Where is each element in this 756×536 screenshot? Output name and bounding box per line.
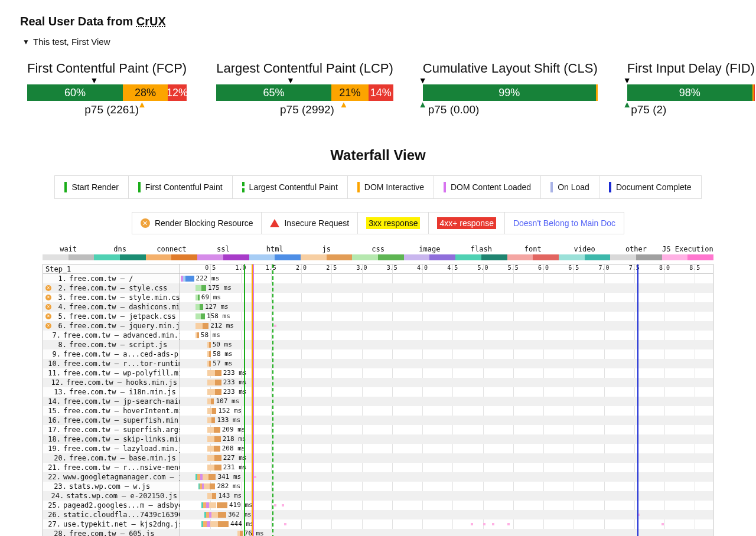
legend-insecure-label: Insecure Request xyxy=(284,218,349,228)
request-row[interactable]: 4.free.com.tw – dashicons.min.css xyxy=(43,302,180,312)
request-row[interactable]: 10.free.com.tw – r...tor-runtime.min.js xyxy=(43,359,180,368)
waterfall-row[interactable]: 175 ms xyxy=(180,283,713,293)
request-row[interactable]: 19.free.com.tw – lazyload.min.js xyxy=(43,444,180,453)
request-row[interactable]: 17.free.com.tw – superfish.args.min.js xyxy=(43,425,180,434)
waterfall-row[interactable]: 76 ms xyxy=(180,529,713,536)
request-duration-label: 341 ms xyxy=(217,472,241,482)
request-row[interactable]: 24.stats.wp.com – e-202150.js xyxy=(43,491,180,501)
restype-label: other xyxy=(610,245,662,253)
request-bar-segment xyxy=(209,502,216,508)
request-row[interactable]: 2.free.com.tw – style.css xyxy=(43,283,180,293)
waterfall-row[interactable]: 158 ms xyxy=(180,312,713,321)
request-row[interactable]: 3.free.com.tw – style.min.css xyxy=(43,293,180,302)
legend-item: On Load xyxy=(541,176,599,198)
legend-label: Largest Contentful Paint xyxy=(249,182,338,192)
crux-link[interactable]: CrUX xyxy=(136,15,166,28)
request-row[interactable]: 25.pagead2.googles...m – adsbygoogle.js xyxy=(43,501,180,510)
request-row[interactable]: 12.free.com.tw – hooks.min.js xyxy=(43,378,180,387)
waterfall-row[interactable]: 69 ms xyxy=(180,293,713,302)
waterfall-row[interactable]: 233 ms xyxy=(180,368,713,378)
legend-item: Largest Contentful Paint xyxy=(233,176,348,198)
request-number: 10. xyxy=(48,359,61,368)
request-row[interactable]: 15.free.com.tw – hoverIntent.min.js xyxy=(43,406,180,416)
request-row[interactable]: 9.free.com.tw – a...ced-ads-pro.min.js xyxy=(43,349,180,359)
metric-segment-good: 60% xyxy=(27,84,123,101)
waterfall-row[interactable]: 227 ms xyxy=(180,453,713,463)
waterfall-row[interactable]: 419 ms xyxy=(180,501,713,510)
metric-segment-good: 99% xyxy=(423,84,596,101)
restype-item: connect xyxy=(146,245,197,260)
waterfall-row[interactable]: 107 ms xyxy=(180,397,713,406)
request-bar-segment xyxy=(185,276,194,282)
waterfall-row[interactable]: 233 ms xyxy=(180,378,713,387)
waterfall-row[interactable]: 444 ms xyxy=(180,519,713,529)
request-row[interactable]: 16.free.com.tw – superfish.min.js xyxy=(43,416,180,425)
metric-title: Cumulative Layout Shift (CLS) xyxy=(423,61,598,76)
metric-segment-ni: 21% xyxy=(331,84,369,101)
restype-item: wait xyxy=(43,245,94,260)
waterfall-row[interactable]: 208 ms xyxy=(180,444,713,453)
request-row[interactable]: 26.static.cloudfla...7439c1639079717194 xyxy=(43,510,180,519)
request-row[interactable]: 22.www.googletagmanager.com – js xyxy=(43,472,180,482)
request-bar-segment xyxy=(207,436,214,442)
waterfall-row[interactable]: 218 ms xyxy=(180,434,713,444)
metric-segment-poor: 12% xyxy=(168,84,187,101)
request-number: 20. xyxy=(54,453,67,463)
p75-label: p75 (2992) xyxy=(280,103,334,116)
request-bar-segment xyxy=(214,465,221,470)
waterfall-row[interactable]: 231 ms xyxy=(180,463,713,472)
waterfall-legend-1: Start RenderFirst Contentful PaintLarges… xyxy=(54,175,701,199)
waterfall-timeline[interactable]: 0.51.01.52.02.53.03.54.04.55.05.56.06.57… xyxy=(180,264,713,536)
waterfall-row[interactable]: 233 ms xyxy=(180,387,713,397)
legend-label: DOM Interactive xyxy=(364,182,424,192)
waterfall-row[interactable]: 222 ms xyxy=(180,274,713,283)
waterfall-row[interactable]: 362 ms xyxy=(180,510,713,519)
request-row[interactable]: 1.free.com.tw – / xyxy=(43,274,180,283)
js-execution-dot xyxy=(274,325,276,327)
request-row[interactable]: 8.free.com.tw – script.js xyxy=(43,340,180,349)
waterfall-legend-2: ✕ Render Blocking Resource Insecure Requ… xyxy=(132,212,624,234)
restype-bar xyxy=(404,254,455,260)
waterfall-row[interactable]: 133 ms xyxy=(180,416,713,425)
waterfall-row[interactable]: 152 ms xyxy=(180,406,713,416)
request-row[interactable]: 28.free.com.tw – 605.js xyxy=(43,529,180,536)
request-label: free.com.tw – lazyload.min.js xyxy=(63,444,180,453)
request-label: free.com.tw – advanced.min.js xyxy=(63,331,180,340)
request-row[interactable]: 23.stats.wp.com – w.js xyxy=(43,482,180,491)
request-row[interactable]: 13.free.com.tw – i18n.min.js xyxy=(43,387,180,397)
crux-metric: Largest Contentful Paint (LCP)▼65%21%14%… xyxy=(216,61,393,117)
waterfall-row[interactable]: 209 ms xyxy=(180,425,713,434)
waterfall-row[interactable]: 50 ms xyxy=(180,340,713,349)
request-row[interactable]: 14.free.com.tw – jp-search-main.js xyxy=(43,397,180,406)
request-row[interactable]: 6.free.com.tw – jquery.min.js xyxy=(43,321,180,331)
restype-item: video xyxy=(559,245,610,260)
request-bar-segment xyxy=(207,455,214,461)
waterfall-row[interactable]: 58 ms xyxy=(180,349,713,359)
restype-bar xyxy=(249,254,301,260)
request-row[interactable]: 27.use.typekit.net – kjs2dng.js xyxy=(43,519,180,529)
request-row[interactable]: 5.free.com.tw – jetpack.css xyxy=(43,312,180,321)
request-row[interactable]: 18.free.com.tw – skip-links.min.js xyxy=(43,434,180,444)
waterfall-row[interactable]: 341 ms xyxy=(180,472,713,482)
request-label: free.com.tw – style.min.css xyxy=(69,293,180,302)
waterfall-row[interactable]: 212 ms xyxy=(180,321,713,331)
request-row[interactable]: 20.free.com.tw – base.min.js xyxy=(43,453,180,463)
legend-label: On Load xyxy=(558,182,589,192)
waterfall-row[interactable]: 282 ms xyxy=(180,482,713,491)
request-row[interactable]: 7.free.com.tw – advanced.min.js xyxy=(43,331,180,340)
request-row[interactable]: 11.free.com.tw – wp-polyfill.min.js xyxy=(43,368,180,378)
waterfall-row[interactable]: 58 ms xyxy=(180,331,713,340)
legend-3xx: 3xx response xyxy=(358,213,429,234)
restype-item: image xyxy=(404,245,455,260)
legend-render-blocking: ✕ Render Blocking Resource xyxy=(132,213,262,234)
render-blocking-icon xyxy=(45,323,51,329)
waterfall-row[interactable]: 57 ms xyxy=(180,359,713,368)
request-bar-segment xyxy=(211,398,214,404)
legend-render-blocking-label: Render Blocking Resource xyxy=(155,218,253,228)
legend-item: DOM Interactive xyxy=(348,176,434,198)
waterfall-row[interactable]: 143 ms xyxy=(180,491,713,501)
request-row[interactable]: 21.free.com.tw – r...nsive-menus.min.js xyxy=(43,463,180,472)
request-bar-segment xyxy=(207,493,212,499)
waterfall-row[interactable]: 127 ms xyxy=(180,302,713,312)
disclosure-toggle[interactable]: ▼ This test, First View xyxy=(22,37,736,47)
